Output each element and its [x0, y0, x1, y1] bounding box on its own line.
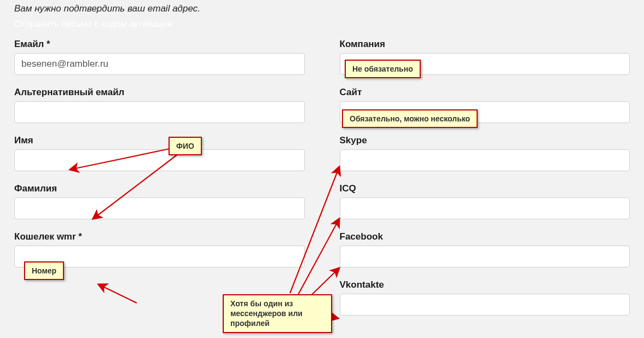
icq-field[interactable] — [340, 197, 630, 219]
send-activation-link[interactable]: Отправить письмо с кодом активации — [14, 19, 172, 29]
icq-label: ICQ — [340, 183, 630, 194]
last-name-field[interactable] — [14, 197, 305, 219]
vkontakte-label: Vkontakte — [340, 279, 630, 290]
annotation-number: Номер — [24, 261, 64, 280]
facebook-field[interactable] — [340, 246, 630, 267]
wallet-label: Кошелек wmr * — [14, 231, 305, 242]
right-column: Компания Сайт Skype ICQ Facebook Vkontak — [340, 39, 630, 328]
email-field[interactable] — [14, 53, 305, 75]
vkontakte-field[interactable] — [340, 294, 630, 316]
email-label: Емайл * — [14, 39, 305, 50]
alt-email-label: Альтернативный емайл — [14, 87, 305, 98]
alt-email-field[interactable] — [14, 101, 305, 123]
skype-label: Skype — [340, 135, 630, 146]
skype-field[interactable] — [340, 149, 630, 171]
site-label: Сайт — [340, 87, 630, 98]
email-confirm-notice: Вам нужно подтвердить ваш email адрес. — [14, 3, 630, 14]
annotation-company-optional: Не обязательно — [345, 60, 421, 78]
last-name-label: Фамилия — [14, 183, 305, 194]
left-column: Емайл * Альтернативный емайл Имя Фамилия… — [14, 39, 305, 328]
annotation-fio: ФИО — [169, 137, 202, 155]
first-name-field[interactable] — [14, 149, 305, 171]
company-label: Компания — [340, 39, 630, 50]
annotation-messengers: Хотя бы один из мессенджеров или профиле… — [223, 294, 332, 333]
first-name-label: Имя — [14, 135, 305, 146]
facebook-label: Facebook — [340, 231, 630, 242]
annotation-site-required: Обязательно, можно несколько — [342, 109, 478, 128]
